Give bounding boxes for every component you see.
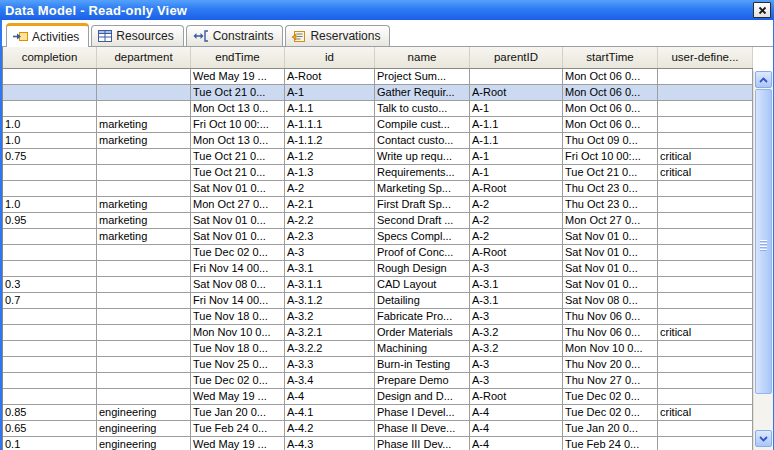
table-cell[interactable]: A-3.1 [285, 261, 375, 277]
table-row[interactable]: 0.65engineeringTue Feb 24 0...A-4.2Phase… [3, 421, 753, 437]
table-cell[interactable] [3, 325, 97, 341]
table-cell[interactable]: A-4 [470, 405, 563, 421]
table-cell[interactable]: A-3.3 [285, 357, 375, 373]
table-cell[interactable]: A-Root [470, 85, 563, 101]
table-cell[interactable] [3, 309, 97, 325]
table-cell[interactable] [97, 181, 191, 197]
table-cell[interactable] [97, 261, 191, 277]
table-cell[interactable] [658, 341, 753, 357]
table-cell[interactable]: Sat Nov 01 0... [191, 229, 285, 245]
column-header-id[interactable]: id [285, 47, 375, 68]
table-cell[interactable]: Tue Jan 20 0... [191, 405, 285, 421]
table-row[interactable]: Fri Nov 14 00...A-3.1Rough DesignA-3Sat … [3, 261, 753, 277]
table-cell[interactable]: Requirements... [375, 165, 470, 181]
table-cell[interactable]: critical [658, 149, 753, 165]
table-cell[interactable]: CAD Layout [375, 277, 470, 293]
table-cell[interactable]: 1.0 [3, 133, 97, 149]
table-cell[interactable]: Mon Oct 13 0... [191, 133, 285, 149]
table-cell[interactable] [3, 373, 97, 389]
table-cell[interactable]: A-4.2 [285, 421, 375, 437]
table-cell[interactable]: 0.95 [3, 213, 97, 229]
table-cell[interactable]: Machining [375, 341, 470, 357]
table-cell[interactable]: Tue Nov 18 0... [191, 341, 285, 357]
close-button[interactable] [753, 2, 771, 18]
table-cell[interactable]: 0.65 [3, 421, 97, 437]
table-cell[interactable]: Talk to custo... [375, 101, 470, 117]
table-cell[interactable]: A-1 [470, 149, 563, 165]
table-cell[interactable]: Wed May 19 ... [191, 389, 285, 405]
table-row[interactable]: Tue Oct 21 0...A-1Gather Requir...A-Root… [3, 85, 753, 101]
table-cell[interactable]: A-2.3 [285, 229, 375, 245]
table-cell[interactable]: Thu Nov 06 0... [563, 325, 658, 341]
table-cell[interactable]: Thu Nov 27 0... [563, 373, 658, 389]
scrollbar-track[interactable] [754, 88, 773, 430]
table-cell[interactable]: 1.0 [3, 197, 97, 213]
table-cell[interactable]: Specs Compl... [375, 229, 470, 245]
table-cell[interactable]: Tue Dec 02 0... [191, 245, 285, 261]
table-cell[interactable]: Wed May 19 ... [191, 69, 285, 85]
table-cell[interactable]: critical [658, 405, 753, 421]
table-cell[interactable]: Compile cust... [375, 117, 470, 133]
table-cell[interactable]: Sat Nov 01 0... [563, 261, 658, 277]
table-cell[interactable]: A-2 [470, 229, 563, 245]
table-cell[interactable]: Tue Oct 21 0... [191, 85, 285, 101]
table-cell[interactable]: A-1.1 [285, 101, 375, 117]
table-cell[interactable]: engineering [97, 405, 191, 421]
table-cell[interactable] [97, 309, 191, 325]
table-cell[interactable]: critical [658, 165, 753, 181]
table-cell[interactable]: A-3.1.2 [285, 293, 375, 309]
table-cell[interactable]: 0.75 [3, 149, 97, 165]
table-row[interactable]: Sat Nov 01 0...A-2Marketing Sp...A-RootT… [3, 181, 753, 197]
table-cell[interactable]: A-3.2 [470, 325, 563, 341]
table-cell[interactable]: Tue Oct 21 0... [191, 149, 285, 165]
table-cell[interactable] [658, 69, 753, 85]
table-cell[interactable] [97, 325, 191, 341]
table-row[interactable]: 1.0marketingMon Oct 13 0...A-1.1.2Contac… [3, 133, 753, 149]
table-cell[interactable] [97, 341, 191, 357]
table-cell[interactable]: Tue Feb 24 0... [191, 421, 285, 437]
table-cell[interactable]: Fri Nov 14 00... [191, 293, 285, 309]
table-row[interactable]: Tue Dec 02 0...A-3Proof of Conc...A-Root… [3, 245, 753, 261]
table-cell[interactable]: Write up requ... [375, 149, 470, 165]
table-cell[interactable]: A-2 [285, 181, 375, 197]
table-row[interactable]: Wed May 19 ...A-RootProject Sum...Mon Oc… [3, 69, 753, 85]
table-row[interactable]: Wed May 19 ...A-4Design and D...A-RootTu… [3, 389, 753, 405]
table-row[interactable]: 0.95marketingSat Nov 01 0...A-2.2Second … [3, 213, 753, 229]
table-cell[interactable]: Thu Oct 23 0... [563, 181, 658, 197]
table-cell[interactable]: engineering [97, 437, 191, 450]
table-cell[interactable]: A-3 [285, 245, 375, 261]
table-row[interactable]: Mon Oct 13 0...A-1.1Talk to custo...A-1M… [3, 101, 753, 117]
table-cell[interactable] [658, 85, 753, 101]
table-row[interactable]: 0.3Sat Nov 08 0...A-3.1.1CAD LayoutA-3.1… [3, 277, 753, 293]
table-cell[interactable]: A-Root [285, 69, 375, 85]
table-cell[interactable] [3, 261, 97, 277]
table-cell[interactable] [97, 389, 191, 405]
table-cell[interactable] [658, 357, 753, 373]
column-header-department[interactable]: department [97, 47, 191, 68]
table-cell[interactable]: 0.3 [3, 277, 97, 293]
table-row[interactable]: 1.0marketingFri Oct 10 00:...A-1.1.1Comp… [3, 117, 753, 133]
column-header-name[interactable]: name [375, 47, 470, 68]
table-cell[interactable] [97, 293, 191, 309]
table-cell[interactable] [3, 229, 97, 245]
table-cell[interactable]: Burn-in Testing [375, 357, 470, 373]
table-cell[interactable]: Fri Oct 10 00:... [191, 117, 285, 133]
table-cell[interactable]: A-2.1 [285, 197, 375, 213]
table-cell[interactable]: Sat Nov 01 0... [191, 181, 285, 197]
table-cell[interactable]: Thu Oct 23 0... [563, 197, 658, 213]
column-header-endtime[interactable]: endTime [191, 47, 285, 68]
table-cell[interactable]: Phase III Dev... [375, 437, 470, 450]
table-cell[interactable]: Gather Requir... [375, 85, 470, 101]
table-cell[interactable]: critical [658, 325, 753, 341]
table-cell[interactable]: Tue Dec 02 0... [563, 389, 658, 405]
table-cell[interactable] [97, 149, 191, 165]
table-cell[interactable]: Tue Feb 24 0... [563, 437, 658, 450]
table-row[interactable]: Tue Nov 18 0...A-3.2Fabricate Pro...A-3T… [3, 309, 753, 325]
table-cell[interactable]: 1.0 [3, 117, 97, 133]
table-cell[interactable]: A-3.2 [285, 309, 375, 325]
table-cell[interactable]: Order Materials [375, 325, 470, 341]
table-cell[interactable]: Tue Oct 21 0... [191, 165, 285, 181]
table-cell[interactable]: A-3.1 [470, 277, 563, 293]
table-cell[interactable]: A-2 [470, 213, 563, 229]
table-cell[interactable] [3, 245, 97, 261]
